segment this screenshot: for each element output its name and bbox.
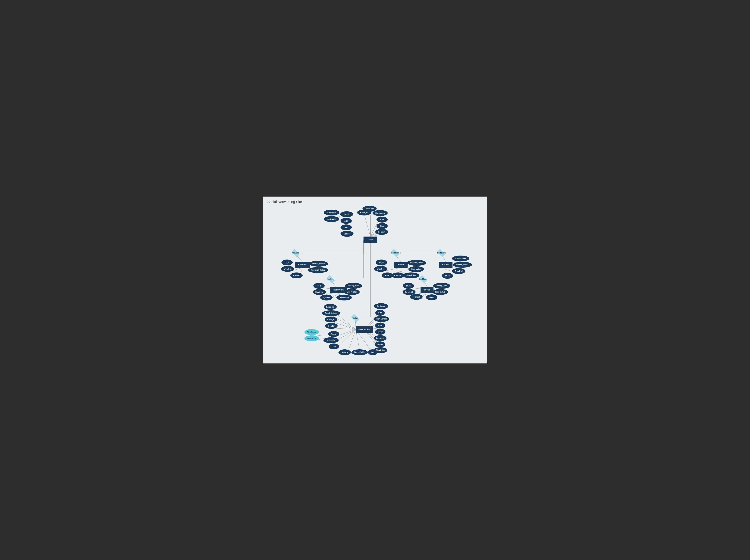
attr-sc-trid: Tr_id: [403, 283, 414, 289]
attr-up-name: Name: [328, 331, 339, 337]
attr-sc-posttime: Posting_Time: [433, 283, 450, 289]
entity-userprofile[interactable]: User Profile: [356, 326, 373, 333]
attr-sc-femail: F_email: [410, 294, 423, 300]
attr-te-emailid: Email_id: [313, 289, 326, 295]
attr-f-approval: Approval_Status: [308, 267, 328, 273]
rel-hasmany4: hasMany: [325, 276, 337, 282]
attr-ph-like: Like_status: [408, 266, 424, 272]
attr-up-city: City: [375, 310, 385, 316]
attr-up-contactno: Contactno: [374, 303, 388, 309]
attr-f-reqres: ReqRes_Details: [309, 261, 328, 266]
attr-st-posttime: Posting_Time: [452, 256, 469, 261]
attr-ph-trid: Tr_id: [376, 260, 387, 265]
attr-gender: Gender: [341, 231, 353, 237]
attr-state: State: [377, 223, 388, 229]
entity-scrap[interactable]: Scrap: [421, 287, 433, 293]
attr-up-emailid: Email_id: [324, 304, 337, 310]
attr-up-country: Country: [339, 349, 351, 355]
attr-up-workprofile: Work_Profile: [351, 349, 368, 355]
attr-sc-scrap: Scrap: [426, 295, 437, 300]
attr-ph-photo: Photo: [382, 273, 393, 278]
attr-te-testimonial: Testimonial: [337, 295, 352, 300]
attr-st-update: Update_Status: [453, 262, 472, 268]
rel-hasmany2: hasMany: [389, 250, 401, 256]
attr-age: Age: [341, 218, 352, 224]
attr-sc-likestatus: Like_Status: [432, 289, 448, 295]
attr-up-school: Senoir_School: [322, 310, 340, 316]
attr-city: City: [377, 217, 388, 223]
svg-line-65: [337, 329, 356, 349]
attr-ph-upload: Upload_time: [403, 273, 419, 278]
attr-te-trid: Tr_id: [313, 283, 325, 289]
attr-name: Name: [340, 211, 353, 217]
attr-country: Country: [375, 229, 388, 235]
attr-up-highschool: High_School: [373, 316, 389, 322]
rel-hasmany1: hasMany: [289, 250, 302, 256]
attr-up-dob: DOB: [329, 343, 339, 349]
attr-te-femail: F_email: [320, 295, 332, 300]
attr-te-likestatus: Like_Status: [344, 289, 360, 295]
attr-up-state: State: [375, 323, 385, 328]
attr-contactno: Contactno: [372, 210, 388, 216]
attr-password: Password: [363, 206, 377, 212]
attr-ph-isprofile: IsProfile_Photo: [407, 260, 426, 266]
rel-hasmany5: hasMany: [417, 276, 429, 282]
svg-line-63: [336, 329, 356, 336]
attr-lastname: LastName: [324, 216, 339, 222]
attr-te-posttime: Posting_Time: [345, 283, 362, 289]
attr-up-skills: Skills: [375, 329, 385, 335]
attr-f-trid: Tr_id: [281, 260, 293, 265]
attr-firstname: FirstName: [324, 209, 339, 216]
entity-friends[interactable]: Friends: [295, 262, 310, 268]
attr-ph-emailid: Email_id: [374, 266, 387, 272]
attr-st-trid: Tr_id: [442, 273, 453, 279]
attr-ph-caption: Caption: [392, 273, 404, 278]
attr-sc-emailid: Email_id: [403, 289, 415, 295]
main-window: Social Networking Site: [263, 196, 487, 364]
rel-hasone: hasOne: [349, 315, 361, 321]
attr-up-hobby: Hobby: [374, 341, 385, 347]
rel-hasmany3: hasMany: [435, 250, 447, 256]
attr-up-university: University: [323, 337, 339, 343]
entity-photos[interactable]: Photos: [394, 262, 408, 268]
attr-dob: DOB: [341, 224, 352, 230]
attr-al-firstname: FirstName: [304, 329, 319, 335]
attr-up-college: College: [325, 317, 337, 322]
entity-status[interactable]: Status: [439, 262, 452, 268]
attr-up-aboutyou: About_You: [373, 347, 387, 353]
svg-line-7: [365, 215, 370, 237]
attr-f-emailid: Email_id: [281, 266, 294, 272]
attr-up-interests: Interests: [374, 335, 386, 341]
attr-st-emailid: Email_id: [452, 268, 465, 274]
entity-user[interactable]: User: [364, 237, 377, 243]
attr-up-gender: Gender: [325, 323, 338, 329]
attr-f-femail: F_email: [290, 273, 303, 278]
attr-al-lastname: LastName: [304, 335, 319, 341]
